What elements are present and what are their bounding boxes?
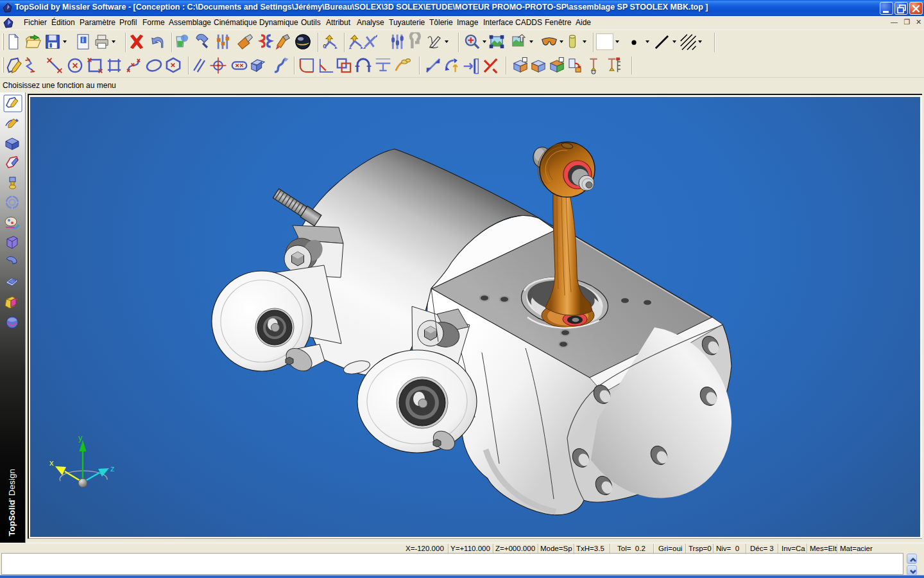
svg-text:x: x [49, 458, 54, 468]
svg-text:z: z [110, 464, 115, 473]
svg-text:y: y [78, 433, 83, 442]
svg-text:i: i [82, 37, 84, 44]
